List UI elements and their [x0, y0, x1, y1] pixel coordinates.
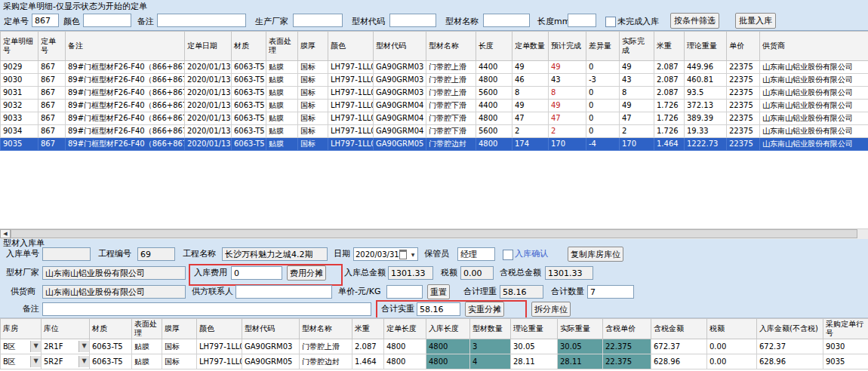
table-cell[interactable]: 6063-T5: [232, 112, 266, 125]
table-cell[interactable]: GA90GRM03: [374, 74, 426, 87]
table-cell[interactable]: 0: [586, 87, 620, 100]
table-cell[interactable]: LH797-1LL0: [328, 138, 374, 151]
table-cell[interactable]: 9033: [1, 112, 38, 125]
table-cell[interactable]: 4800: [384, 354, 426, 369]
table-cell[interactable]: 1.726: [654, 100, 685, 112]
table-cell[interactable]: 贴膜: [266, 61, 298, 74]
table-cell[interactable]: 22375: [727, 125, 760, 138]
table-cell[interactable]: 2R1F▼: [42, 339, 90, 354]
unfinished-checkbox[interactable]: [605, 17, 616, 27]
table-cell[interactable]: 门带腔上滑: [300, 339, 352, 354]
profile-name-input[interactable]: [483, 14, 530, 27]
table-cell[interactable]: 22375: [727, 138, 760, 151]
table-cell[interactable]: 山东南山铝业股份有限公司: [760, 87, 868, 100]
table-cell[interactable]: 672.37: [757, 339, 823, 354]
table-cell[interactable]: 6063-T5: [90, 339, 132, 354]
table-cell[interactable]: 19.33: [685, 125, 727, 138]
inbound-no-input[interactable]: [42, 247, 91, 261]
copy-location-button[interactable]: 复制库房库位: [568, 247, 623, 262]
chevron-down-icon[interactable]: ▼: [78, 341, 89, 352]
table-cell[interactable]: 9035: [1, 138, 38, 151]
table-cell[interactable]: 6063-T5: [232, 61, 266, 74]
table-cell[interactable]: 49: [549, 61, 586, 74]
chevron-down-icon[interactable]: ▼: [78, 356, 89, 367]
table-cell[interactable]: 4: [470, 354, 511, 369]
table-cell[interactable]: 贴膜: [266, 74, 298, 87]
table-cell[interactable]: 山东南山铝业股份有限公司: [760, 61, 868, 74]
table-cell[interactable]: 5600: [476, 87, 512, 100]
table-cell[interactable]: 9032: [1, 100, 38, 112]
order-no-input[interactable]: [32, 14, 59, 27]
table-cell[interactable]: 46: [512, 74, 549, 87]
table-cell[interactable]: 2: [549, 125, 586, 138]
table-cell[interactable]: 0.00: [707, 339, 757, 354]
table-cell[interactable]: -3: [586, 74, 620, 87]
table-cell[interactable]: 49: [620, 61, 654, 74]
supplier-contact-input[interactable]: [235, 285, 332, 299]
table-cell[interactable]: 8: [549, 87, 586, 100]
table-cell[interactable]: 89#门框型材F26-F40（866+867）: [66, 74, 185, 87]
color-input[interactable]: [83, 14, 131, 27]
actual-weight-input[interactable]: [417, 302, 460, 316]
table-cell[interactable]: LH797-1LL0: [328, 125, 374, 138]
table-cell[interactable]: 门带腔下滑: [426, 112, 476, 125]
table-cell[interactable]: 国标: [298, 125, 328, 138]
table-cell[interactable]: 0: [586, 112, 620, 125]
table-cell[interactable]: 国标: [298, 87, 328, 100]
table-cell[interactable]: 国标: [298, 112, 328, 125]
table-cell[interactable]: 贴膜: [132, 354, 162, 369]
table-cell[interactable]: LH797-1LL0: [328, 87, 374, 100]
table-cell[interactable]: 3: [470, 339, 511, 354]
table-cell[interactable]: 0.00: [707, 354, 757, 369]
table-cell[interactable]: 门带腔上滑: [426, 61, 476, 74]
table-cell[interactable]: 867: [38, 138, 66, 151]
table-cell[interactable]: 0: [586, 100, 620, 112]
table-cell[interactable]: 628.96: [757, 354, 823, 369]
table-cell[interactable]: 国标: [162, 354, 197, 369]
table-cell[interactable]: 6063-T5: [232, 74, 266, 87]
table-cell[interactable]: 1222.73: [685, 138, 727, 151]
table-cell[interactable]: 49: [549, 100, 586, 112]
table-cell[interactable]: 9029: [1, 61, 38, 74]
table-row[interactable]: B区▼2R1F▼6063-T5贴膜国标LH797-1LL0GA90GRM03门带…: [1, 339, 868, 354]
table-cell[interactable]: 47: [620, 112, 654, 125]
inbound-confirm-checkbox[interactable]: [503, 250, 513, 260]
table-cell[interactable]: 93.5: [685, 87, 727, 100]
table-cell[interactable]: 9030: [1, 74, 38, 87]
table-cell[interactable]: 2.087: [654, 87, 685, 100]
table-cell[interactable]: 30.05: [511, 339, 558, 354]
factory-input[interactable]: [42, 266, 186, 280]
table-cell[interactable]: 4400: [476, 100, 512, 112]
date-picker[interactable]: 2020/03/31 ▼: [353, 247, 418, 261]
table-row[interactable]: 903486789#门框型材F26-F40（866+867）2020/01/13…: [1, 125, 868, 138]
table-cell[interactable]: 170: [549, 138, 586, 151]
tax-input[interactable]: [460, 266, 494, 280]
table-cell[interactable]: 22.375: [603, 339, 651, 354]
table-row[interactable]: 903086789#门框型材F26-F40（866+867）2020/01/13…: [1, 74, 868, 87]
unit-price-input[interactable]: [386, 285, 423, 299]
table-cell[interactable]: 2020/01/13: [185, 61, 232, 74]
table-cell[interactable]: 4400: [476, 61, 512, 74]
table-cell[interactable]: GA90GRM05: [374, 138, 426, 151]
table-cell[interactable]: 1.464: [352, 354, 384, 369]
table-cell[interactable]: B区▼: [1, 339, 42, 354]
table-cell[interactable]: 28.11: [511, 354, 558, 369]
table-cell[interactable]: 门带腔边封: [426, 138, 476, 151]
table-cell[interactable]: 867: [38, 87, 66, 100]
table-cell[interactable]: 国标: [298, 100, 328, 112]
table-cell[interactable]: 6063-T5: [232, 87, 266, 100]
table-cell[interactable]: 门带腔上滑: [426, 87, 476, 100]
table-row[interactable]: B区▼5R2F▼6063-T5贴膜国标LH797-1LL0GA90GRM05门带…: [1, 354, 868, 369]
table-cell[interactable]: 4800: [426, 339, 470, 354]
fee-share-button[interactable]: 费用分摊: [287, 265, 326, 281]
table-cell[interactable]: 2.087: [654, 61, 685, 74]
table-cell[interactable]: 372.13: [685, 100, 727, 112]
table-cell[interactable]: 22.375: [603, 354, 651, 369]
table-cell[interactable]: 贴膜: [266, 100, 298, 112]
table-cell[interactable]: 5600: [476, 125, 512, 138]
total-amount-input[interactable]: [388, 266, 433, 280]
table-cell[interactable]: 9035: [823, 354, 868, 369]
table-cell[interactable]: 89#门框型材F26-F40（866+867）: [66, 87, 185, 100]
table-cell[interactable]: 89#门框型材F26-F40（866+867）: [66, 61, 185, 74]
table-cell[interactable]: 山东南山铝业股份有限公司: [760, 112, 868, 125]
